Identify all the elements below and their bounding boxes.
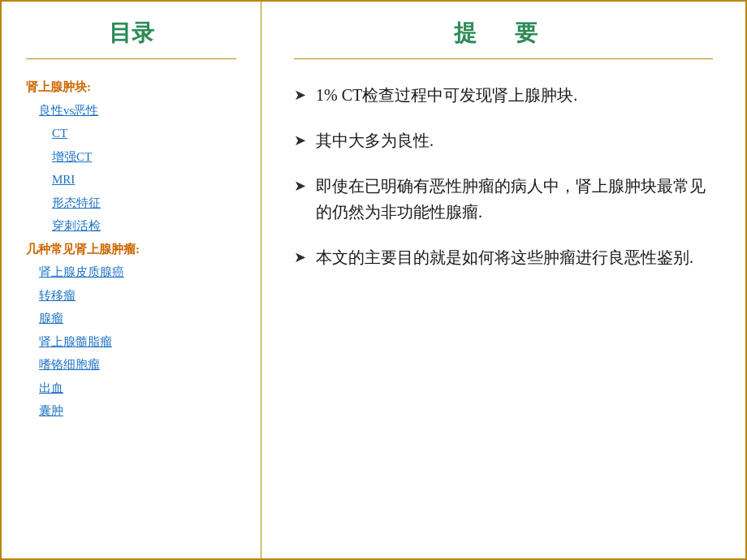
page: 目录 肾上腺肿块:良性vs恶性CT增强CTMRI形态特征穿刺活检几种常见肾上腺肿… [0,0,747,560]
nav-item[interactable]: 腺瘤 [26,307,236,330]
nav-item[interactable]: 出血 [26,377,236,400]
right-divider [294,58,713,59]
bullet-text: 1% CT检查过程中可发现肾上腺肿块. [316,82,713,108]
bullet-text: 其中大多为良性. [316,127,713,153]
bullet-item: ➤本文的主要目的就是如何将这些肿瘤进行良恶性鉴别. [294,244,713,270]
bullet-list: ➤1% CT检查过程中可发现肾上腺肿块.➤其中大多为良性.➤即使在已明确有恶性肿… [294,82,713,270]
content-area: 目录 肾上腺肿块:良性vs恶性CT增强CTMRI形态特征穿刺活检几种常见肾上腺肿… [2,2,745,558]
nav-item[interactable]: CT [26,122,236,145]
bullet-arrow-icon: ➤ [294,129,306,153]
nav-item[interactable]: 良性vs恶性 [26,99,236,123]
nav-item[interactable]: 嗜铬细胞瘤 [26,353,236,377]
nav-item[interactable]: 增强CT [26,145,236,169]
nav-list: 肾上腺肿块:良性vs恶性CT增强CTMRI形态特征穿刺活检几种常见肾上腺肿瘤:肾… [26,75,236,423]
bullet-item: ➤1% CT检查过程中可发现肾上腺肿块. [294,82,713,108]
bullet-item: ➤即使在已明确有恶性肿瘤的病人中，肾上腺肿块最常见的仍然为非功能性腺瘤. [294,173,713,225]
bullet-item: ➤其中大多为良性. [294,127,713,153]
nav-item[interactable]: 囊肿 [26,399,236,423]
nav-item[interactable]: 肾上腺皮质腺癌 [26,261,236,284]
nav-item[interactable]: MRI [26,168,236,192]
nav-item[interactable]: 穿刺活检 [26,214,236,238]
bullet-arrow-icon: ➤ [294,246,306,269]
nav-item[interactable]: 转移瘤 [26,284,236,308]
bullet-arrow-icon: ➤ [294,84,306,107]
nav-item[interactable]: 几种常见肾上腺肿瘤: [26,238,236,261]
left-panel: 目录 肾上腺肿块:良性vs恶性CT增强CTMRI形态特征穿刺活检几种常见肾上腺肿… [2,2,261,558]
nav-item[interactable]: 肾上腺肿块: [26,75,236,99]
left-title: 目录 [26,18,236,49]
nav-item[interactable]: 形态特征 [26,192,236,215]
right-panel: 提 要 ➤1% CT检查过程中可发现肾上腺肿块.➤其中大多为良性.➤即使在已明确… [261,2,745,558]
bullet-text: 即使在已明确有恶性肿瘤的病人中，肾上腺肿块最常见的仍然为非功能性腺瘤. [316,173,713,225]
bullet-text: 本文的主要目的就是如何将这些肿瘤进行良恶性鉴别. [316,244,713,270]
left-divider [26,58,236,59]
nav-item[interactable]: 肾上腺髓脂瘤 [26,330,236,354]
right-title: 提 要 [294,18,713,49]
bullet-arrow-icon: ➤ [294,174,306,198]
